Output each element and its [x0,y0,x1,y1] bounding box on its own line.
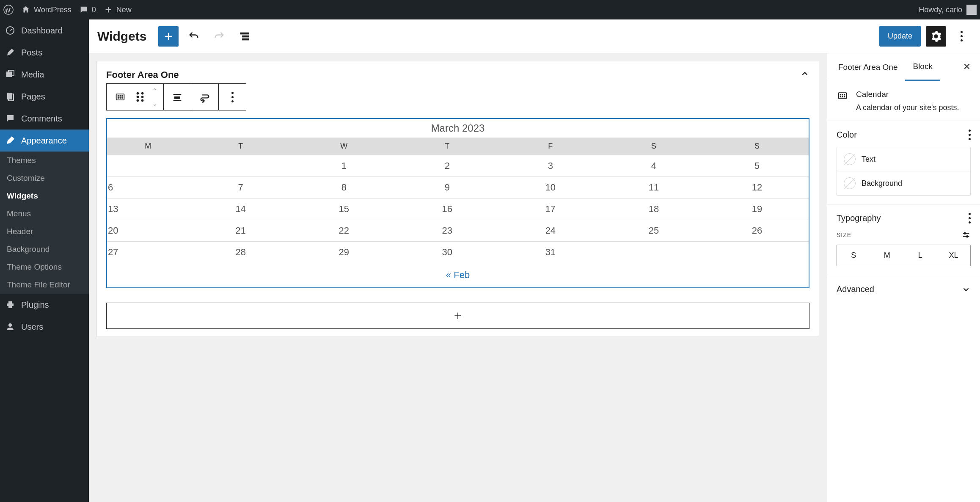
color-text-item[interactable]: Text [837,147,970,171]
new-link[interactable]: New [104,5,132,14]
block-title: Calendar [856,90,959,99]
calendar-day-header: T [396,138,499,155]
menu-comments[interactable]: Comments [0,108,89,130]
submenu-customize[interactable]: Customize [0,169,89,187]
comments-link[interactable]: 0 [79,5,96,14]
collapse-icon[interactable] [800,69,809,81]
move-down-icon[interactable]: ⌄ [148,97,162,110]
svg-rect-8 [243,36,249,36]
calendar-cell: 18 [602,199,705,220]
calendar-cell: 14 [189,199,292,220]
widget-area-title: Footer Area One [106,69,179,80]
svg-point-15 [120,97,121,98]
calendar-cell: 8 [292,177,396,199]
move-to-button[interactable] [191,84,218,110]
size-m[interactable]: M [870,245,904,266]
size-s[interactable]: S [837,245,870,266]
site-link[interactable]: WordPress [21,5,72,14]
size-l[interactable]: L [904,245,937,266]
wp-logo[interactable] [3,5,14,15]
size-xl[interactable]: XL [937,245,970,266]
align-button[interactable] [164,84,191,110]
add-block-button[interactable] [158,26,179,47]
editor-main: Widgets Update Footer Area One [89,19,980,502]
calendar-table: MTWTFSS 12345678910111213141516171819202… [107,138,809,263]
menu-media[interactable]: Media [0,63,89,86]
calendar-cell: 15 [292,199,396,220]
menu-pages[interactable]: Pages [0,86,89,108]
undo-button[interactable] [184,26,204,47]
menu-posts[interactable]: Posts [0,41,89,63]
submenu-background[interactable]: Background [0,240,89,258]
avatar[interactable] [966,5,977,15]
redo-button[interactable] [209,26,229,47]
menu-plugins[interactable]: Plugins [0,294,89,316]
swatch-icon [844,177,856,189]
submenu-widgets[interactable]: Widgets [0,187,89,205]
calendar-cell: 13 [107,199,189,220]
color-bg-item[interactable]: Background [837,171,970,195]
calendar-cell: 23 [396,220,499,242]
calendar-cell: 10 [499,177,602,199]
calendar-cell: 28 [189,242,292,263]
page-title: Widgets [97,29,146,44]
inspector-tab-block[interactable]: Block [905,53,940,81]
svg-point-33 [964,233,966,234]
inspector-tab-area[interactable]: Footer Area One [831,54,905,80]
calendar-cell: 20 [107,220,189,242]
calendar-cell: 1 [292,155,396,177]
submenu-themes[interactable]: Themes [0,152,89,169]
block-movers[interactable]: ⌃⌄ [146,84,163,110]
admin-bar: WordPress 0 New Howdy, carlo [0,0,980,19]
howdy-text[interactable]: Howdy, carlo [919,6,962,14]
menu-appearance[interactable]: Appearance [0,130,89,152]
svg-rect-23 [173,94,182,95]
close-inspector-icon[interactable] [957,53,977,81]
svg-rect-7 [241,33,249,33]
list-view-button[interactable] [234,26,255,47]
calendar-prev-link[interactable]: « Feb [446,270,470,280]
calendar-cell [189,155,292,177]
drag-handle-icon[interactable] [134,84,146,110]
calendar-day-header: S [705,138,809,155]
block-options-button[interactable] [219,84,246,110]
calendar-cell: 19 [705,199,809,220]
submenu-theme-options[interactable]: Theme Options [0,258,89,276]
color-heading: Color [837,130,857,140]
submenu-header[interactable]: Header [0,223,89,240]
calendar-cell: 5 [705,155,809,177]
svg-rect-10 [116,94,124,100]
calendar-block[interactable]: March 2023 MTWTFSS 123456789101112131415… [106,118,809,288]
sliders-icon[interactable] [961,230,971,240]
calendar-day-header: S [602,138,705,155]
settings-button[interactable] [926,26,946,47]
svg-rect-9 [243,39,249,39]
calendar-day-header: M [107,138,189,155]
menu-dashboard[interactable]: Dashboard [0,19,89,41]
typography-options-icon[interactable] [969,213,971,223]
calendar-cell: 6 [107,177,189,199]
svg-point-30 [840,96,841,97]
update-button[interactable]: Update [879,26,921,47]
svg-point-34 [966,236,968,237]
calendar-day-header: F [499,138,602,155]
submenu-menus[interactable]: Menus [0,205,89,223]
admin-sidebar: Dashboard Posts Media Pages Comments App… [0,19,89,502]
color-options-icon[interactable] [969,130,971,140]
calendar-cell: 22 [292,220,396,242]
size-picker: S M L XL [837,245,971,266]
menu-users[interactable]: Users [0,316,89,338]
block-type-icon[interactable] [107,84,134,110]
editor-topbar: Widgets Update [89,19,980,53]
options-button[interactable] [951,26,972,47]
add-block-inside[interactable] [106,303,809,329]
advanced-toggle[interactable]: Advanced [827,275,980,303]
submenu-theme-file-editor[interactable]: Theme File Editor [0,276,89,294]
calendar-cell: 4 [602,155,705,177]
inspector-sidebar: Footer Area One Block Calendar A calenda… [827,53,980,502]
svg-point-6 [8,323,12,327]
svg-rect-25 [173,100,182,101]
move-up-icon[interactable]: ⌃ [148,84,162,97]
block-toolbar: ⌃⌄ [106,83,246,110]
calendar-cell: 2 [396,155,499,177]
